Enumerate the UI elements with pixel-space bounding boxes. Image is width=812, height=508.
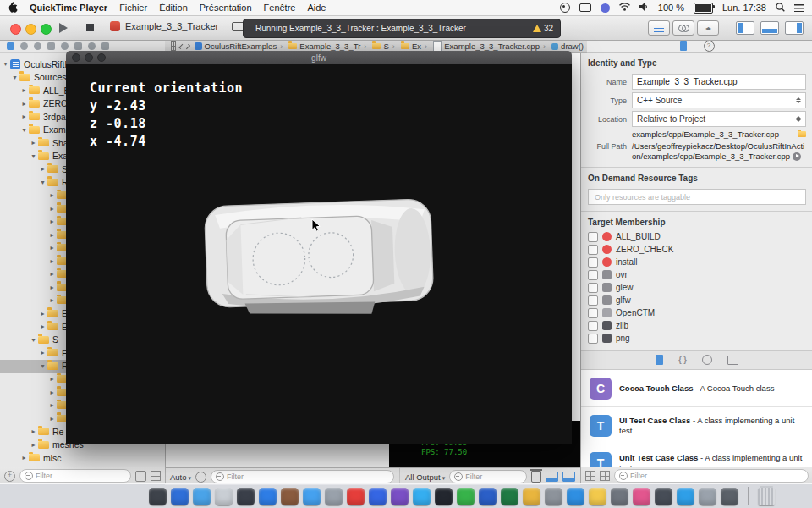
media-library-icon[interactable] (727, 356, 738, 365)
debug-navigator-icon[interactable] (74, 42, 82, 50)
disclosure-triangle[interactable] (30, 152, 37, 160)
disclosure-triangle[interactable] (20, 454, 28, 461)
dock-app-icon[interactable] (479, 488, 497, 505)
dock-app-icon[interactable] (435, 488, 453, 505)
report-navigator-icon[interactable] (102, 42, 109, 50)
dock-app-icon[interactable] (611, 488, 628, 505)
disclosure-triangle[interactable] (48, 218, 56, 225)
target-row[interactable]: glew (588, 281, 806, 294)
disclosure-triangle[interactable] (30, 139, 37, 146)
target-checkbox[interactable] (588, 295, 598, 306)
disclosure-triangle[interactable] (48, 244, 56, 251)
show-console-pane-icon[interactable] (562, 472, 575, 482)
disclosure-triangle[interactable] (48, 375, 56, 383)
issue-navigator-icon[interactable] (47, 42, 55, 50)
disclosure-triangle[interactable] (39, 165, 47, 173)
quick-help-icon[interactable] (704, 41, 715, 52)
toggle-navigator-button[interactable] (736, 21, 754, 35)
dock-app-icon[interactable] (457, 488, 475, 505)
version-editor-button[interactable]: ◂▸ (697, 20, 719, 36)
target-checkbox[interactable] (588, 334, 598, 344)
navigator-item[interactable]: misc (0, 451, 165, 465)
library-item[interactable]: C Cocoa Touch ClassA Cocoa Touch class (581, 370, 812, 407)
go-forward-icon[interactable] (185, 43, 191, 49)
disclosure-triangle[interactable] (48, 231, 56, 239)
variables-info-icon[interactable] (195, 472, 206, 483)
dock-app-icon[interactable] (193, 488, 211, 505)
add-icon[interactable]: + (4, 471, 15, 482)
menu-presentation[interactable]: Présentation (200, 3, 252, 13)
disclosure-triangle[interactable] (20, 113, 28, 120)
target-checkbox[interactable] (588, 308, 598, 318)
dock-app-icon[interactable] (149, 488, 167, 505)
disclosure-triangle[interactable] (48, 205, 56, 213)
trash-icon[interactable] (758, 488, 775, 505)
target-row[interactable]: install (588, 256, 806, 268)
dock-app-icon[interactable] (325, 488, 343, 505)
dock-app-icon[interactable] (281, 488, 299, 505)
console-filter-input[interactable] (465, 472, 522, 481)
disclosure-triangle[interactable] (2, 60, 9, 68)
name-field[interactable] (632, 74, 806, 90)
disclosure-triangle[interactable] (48, 296, 56, 304)
resource-tags-field[interactable] (588, 189, 806, 205)
test-navigator-icon[interactable] (61, 42, 69, 50)
navigator-filter-input[interactable] (36, 472, 126, 480)
dock-app-icon[interactable] (259, 488, 277, 505)
disclosure-triangle[interactable] (30, 441, 37, 449)
run-button[interactable] (59, 23, 68, 33)
window-minimize-button[interactable] (25, 24, 36, 35)
target-row[interactable]: OpenCTM (588, 306, 806, 319)
show-variables-pane-icon[interactable] (546, 472, 558, 482)
navigator-filter-field[interactable] (19, 469, 131, 483)
toggle-inspector-button[interactable] (785, 21, 804, 35)
disclosure-triangle[interactable] (48, 389, 56, 396)
disclosure-triangle[interactable] (11, 74, 19, 81)
breadcrumb-folder[interactable]: Example_3_3_Tr (280, 41, 360, 51)
breakpoint-navigator-icon[interactable] (88, 42, 96, 50)
target-row[interactable]: ALL_BUILD (588, 230, 806, 243)
disclosure-triangle[interactable] (48, 401, 56, 409)
battery-icon[interactable] (694, 3, 713, 14)
target-checkbox[interactable] (588, 245, 598, 255)
dock-app-icon[interactable] (633, 488, 650, 505)
dock-app-icon[interactable] (677, 488, 694, 505)
disclosure-triangle[interactable] (30, 336, 37, 344)
glfw-window[interactable]: glfw Current orientation y -2.43 z -0.18… (66, 51, 572, 444)
target-checkbox[interactable] (588, 283, 598, 293)
file-inspector-icon[interactable] (680, 41, 687, 51)
source-control-status-icon[interactable] (151, 471, 161, 481)
disclosure-triangle[interactable] (20, 100, 28, 108)
grid-view-icon[interactable] (585, 471, 595, 481)
recent-files-icon[interactable] (135, 471, 146, 482)
warning-badge[interactable]: 32 (533, 24, 553, 33)
toggle-debug-area-button[interactable] (760, 21, 779, 35)
breadcrumb-folder[interactable]: Ex (392, 41, 421, 51)
dock-app-icon[interactable] (655, 488, 672, 505)
dock-app-icon[interactable] (413, 488, 431, 505)
file-template-library-icon[interactable] (656, 355, 663, 365)
window-close-button[interactable] (10, 24, 21, 35)
target-row[interactable]: ZERO_CHECK (588, 243, 806, 256)
target-checkbox[interactable] (588, 321, 598, 331)
dock-app-icon[interactable] (501, 488, 518, 505)
dock-app-icon[interactable] (215, 488, 233, 505)
target-checkbox[interactable] (588, 270, 598, 280)
volume-icon[interactable] (639, 3, 649, 13)
location-popup[interactable]: Relative to Project (632, 111, 806, 127)
code-snippet-library-icon[interactable] (678, 356, 687, 364)
assistant-editor-button[interactable] (672, 20, 694, 36)
variables-filter-input[interactable] (227, 472, 389, 481)
display-icon[interactable] (579, 3, 591, 12)
disclosure-triangle[interactable] (20, 126, 28, 134)
disclosure-triangle[interactable] (39, 310, 47, 318)
library-item[interactable]: T UI Test Case ClassA class implementing… (581, 407, 812, 444)
list-view-icon[interactable] (600, 471, 610, 481)
target-row[interactable]: ovr (588, 268, 806, 281)
glfw-title-bar[interactable]: glfw (66, 51, 572, 64)
target-checkbox[interactable] (588, 232, 598, 242)
screen-recording-icon[interactable] (560, 3, 570, 13)
dock-app-icon[interactable] (699, 488, 716, 505)
standard-editor-button[interactable] (648, 20, 670, 36)
disclosure-triangle[interactable] (48, 257, 56, 265)
